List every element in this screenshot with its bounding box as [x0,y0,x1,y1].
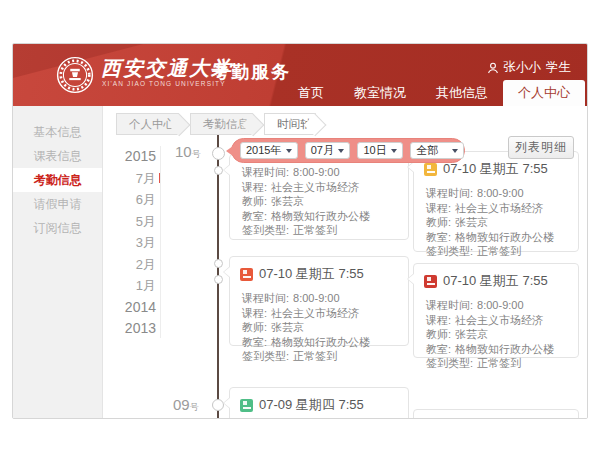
sidebar-item-leave-request[interactable]: 请假申请 [13,192,102,216]
field-label: 教师: [242,320,267,335]
nav-item-personal-center[interactable]: 个人中心 [503,80,585,106]
card-title-row: 07-09 星期四 7:55 [230,388,408,417]
status-icon-red [424,275,437,288]
timeline-nav-month-6[interactable]: 6月 [103,189,156,211]
nav-item-home[interactable]: 首页 [283,80,339,106]
day-select[interactable]: 10日 [357,142,403,159]
field-label: 教室: [242,335,267,350]
timeline-nav-month-1[interactable]: 1月 [103,275,156,297]
timeline-dot [214,275,223,284]
field-value: 正常签到 [293,349,337,364]
sidebar-item-timetable-info[interactable]: 课表信息 [13,144,102,168]
breadcrumb-item-personal-center[interactable]: 个人中心 [116,113,179,135]
field-label: 课程时间: [426,298,473,313]
card-title-row: 07-10 星期五 7:55 [230,257,408,286]
field-value: 8:00-9:00 [293,165,339,180]
timeline-dot [214,166,223,175]
card-title: 07-10 星期五 7:55 [259,265,364,283]
user-role: 学生 [546,59,571,76]
field-value: 张芸京 [455,327,488,342]
attendance-card-partial [413,409,579,419]
card-title: 07-10 星期五 7:55 [443,272,548,290]
timeline-nav-year-2015[interactable]: 2015 [103,146,156,168]
nav-item-classrooms[interactable]: 教室情况 [339,80,421,106]
card-title: 07-10 星期五 7:55 [443,160,548,178]
attendance-card: 07-09 星期四 7:55 [229,387,409,419]
user-name: 张小小 [504,59,542,76]
field-label: 签到类型: [426,356,473,371]
field-value: 社会主义市场经济 [271,306,359,321]
date-filter-bar: 2015年 07月 10日 全部 [231,138,465,163]
breadcrumb-item-timeline[interactable]: 时间轴 [264,113,316,135]
field-label: 教师: [426,327,451,342]
year-select[interactable]: 2015年 [240,142,298,159]
field-value: 社会主义市场经济 [455,313,543,328]
field-value: 8:00-9:00 [477,298,523,313]
timeline-dot [214,259,223,268]
field-value: 格物致知行政办公楼 [455,230,554,245]
user-menu[interactable]: 张小小 学生 [487,59,572,76]
field-value: 社会主义市场经济 [271,180,359,195]
content-area: 个人中心 考勤信息 时间轴 2015 7月 6月 5月 3月 2月 1月 201… [103,106,587,418]
field-label: 签到类型: [242,349,289,364]
main-nav: 首页 教室情况 其他信息 个人中心 [283,80,585,106]
app-window: 西安交通大学 XI'AN JIAO TONG UNIVERSITY 考勤服务 张… [12,43,588,419]
timeline-nav-month-3[interactable]: 3月 [103,232,156,254]
sidebar: 基本信息 课表信息 考勤信息 请假申请 订阅信息 [13,106,103,418]
field-value: 8:00-9:00 [477,186,523,201]
field-label: 课程时间: [426,186,473,201]
app-header: 西安交通大学 XI'AN JIAO TONG UNIVERSITY 考勤服务 张… [13,44,587,106]
field-value: 张芸京 [271,320,304,335]
attendance-card: 07-10 星期五 7:55 课程时间:8:00-9:00 课程:社会主义市场经… [229,256,409,346]
chevron-down-icon [286,149,292,153]
sidebar-item-attendance-info[interactable]: 考勤信息 [13,168,102,192]
field-label: 教室: [426,342,451,357]
field-label: 教室: [426,230,451,245]
timeline-dot-large [212,147,225,160]
breadcrumb-item-attendance-info[interactable]: 考勤信息 [190,113,253,135]
timeline-date-nav: 2015 7月 6月 5月 3月 2月 1月 2014 2013 [103,146,156,340]
date-nav-divider [160,146,161,338]
status-icon-yellow [424,163,437,176]
field-value: 正常签到 [477,356,521,371]
chevron-down-icon [338,149,344,153]
field-value: 张芸京 [455,215,488,230]
field-value: 社会主义市场经济 [455,201,543,216]
field-value: 格物致知行政办公楼 [271,209,370,224]
field-value: 张芸京 [271,194,304,209]
list-detail-button[interactable]: 列表明细 [508,136,574,159]
field-label: 课程: [426,201,451,216]
timeline-nav-month-5[interactable]: 5月 [103,211,156,233]
field-value: 正常签到 [293,223,337,238]
day-marker-09: 09号 [173,396,199,414]
field-label: 课程: [426,313,451,328]
day-marker-10: 10号 [175,143,201,161]
month-select[interactable]: 07月 [305,142,351,159]
card-title: 07-09 星期四 7:55 [259,396,364,414]
field-label: 签到类型: [426,244,473,259]
field-value: 格物致知行政办公楼 [271,335,370,350]
breadcrumb: 个人中心 考勤信息 时间轴 [116,113,316,135]
sidebar-item-subscription-info[interactable]: 订阅信息 [13,216,102,240]
field-label: 课程时间: [242,291,289,306]
field-label: 课程: [242,180,267,195]
field-label: 教室: [242,209,267,224]
timeline-nav-year-2014[interactable]: 2014 [103,297,156,319]
field-label: 签到类型: [242,223,289,238]
attendance-card: 课程时间:8:00-9:00 课程:社会主义市场经济 教师:张芸京 教室:格物致… [229,154,409,240]
timeline-nav-year-2013[interactable]: 2013 [103,318,156,340]
field-label: 课程: [242,306,267,321]
university-emblem-icon [56,56,94,94]
field-label: 课程时间: [242,165,289,180]
type-select[interactable]: 全部 [410,142,464,159]
sidebar-item-basic-info[interactable]: 基本信息 [13,120,102,144]
card-title-row: 07-10 星期五 7:55 [414,264,578,293]
timeline-nav-month-2[interactable]: 2月 [103,254,156,276]
field-value: 8:00-9:00 [293,291,339,306]
field-label: 教师: [242,194,267,209]
field-value: 正常签到 [477,244,521,259]
attendance-card: 07-10 星期五 7:55 课程时间:8:00-9:00 课程:社会主义市场经… [413,151,579,252]
nav-item-other-info[interactable]: 其他信息 [421,80,503,106]
status-icon-orange [240,268,253,281]
timeline-nav-month-7[interactable]: 7月 [103,168,156,190]
